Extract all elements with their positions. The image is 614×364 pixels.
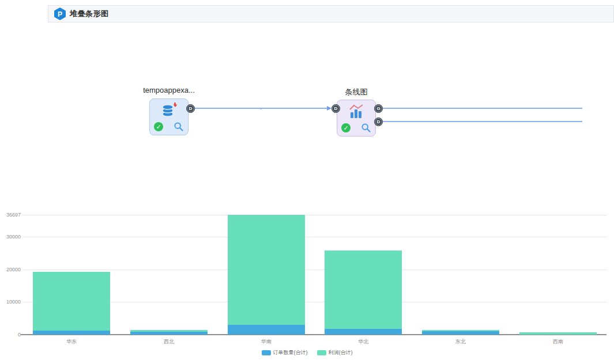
y-tick-label: 36697	[1, 212, 21, 218]
wire-output-g[interactable]	[383, 108, 582, 109]
y-tick-label: 10000	[1, 299, 21, 305]
category-label: 华南	[243, 338, 289, 346]
check-circle-icon: ✓	[341, 123, 351, 132]
wire-arrowhead	[327, 106, 332, 111]
chart-node-label: 条线图	[313, 87, 400, 97]
legend-swatch	[262, 350, 271, 355]
source-node-label: tempoappexa...	[126, 86, 212, 94]
wire-output-d[interactable]	[383, 121, 582, 122]
title-bar: P 堆叠条形图	[48, 5, 614, 22]
hexagon-p-icon: P	[54, 7, 66, 20]
category-label: 东北	[438, 338, 484, 346]
chart-input-port-d[interactable]: D	[332, 104, 340, 113]
red-download-arrow-icon	[174, 103, 178, 107]
category-label: 西南	[535, 338, 581, 346]
chart-legend: 订单数量(合计)利润(合计)	[0, 349, 614, 357]
wire-midpoint-dot	[260, 108, 262, 109]
legend-swatch	[317, 350, 326, 355]
legend-label: 利润(合计)	[329, 349, 353, 357]
magnifier-icon[interactable]	[361, 123, 371, 133]
chart-node[interactable]: ✓	[337, 100, 376, 136]
legend-label: 订单数量(合计)	[273, 349, 308, 357]
legend-item[interactable]: 订单数量(合计)	[262, 349, 308, 357]
source-output-port-d[interactable]: D	[186, 104, 195, 113]
svg-text:P: P	[58, 10, 62, 18]
page-title: 堆叠条形图	[70, 9, 109, 19]
chart-output-port-d[interactable]: D	[374, 117, 383, 126]
check-circle-icon: ✓	[154, 122, 163, 131]
magnifier-icon[interactable]	[174, 122, 184, 132]
category-label: 华东	[48, 338, 95, 346]
y-axis: 010000200003000036697	[0, 202, 607, 335]
stacked-bar-chart: 010000200003000036697 华东西北华南华北东北西南 订单数量(…	[0, 202, 614, 364]
source-node[interactable]: ✓	[149, 98, 189, 135]
category-label: 西北	[146, 338, 192, 346]
bar-line-chart-icon	[347, 103, 366, 120]
y-tick-label: 30000	[1, 234, 21, 240]
y-tick-label: 20000	[1, 267, 21, 272]
category-label: 华北	[340, 338, 386, 346]
database-icon	[160, 102, 178, 120]
y-tick-label: 0	[1, 332, 21, 338]
chart-output-port-g[interactable]: G	[374, 104, 383, 113]
legend-item[interactable]: 利润(合计)	[317, 349, 353, 357]
